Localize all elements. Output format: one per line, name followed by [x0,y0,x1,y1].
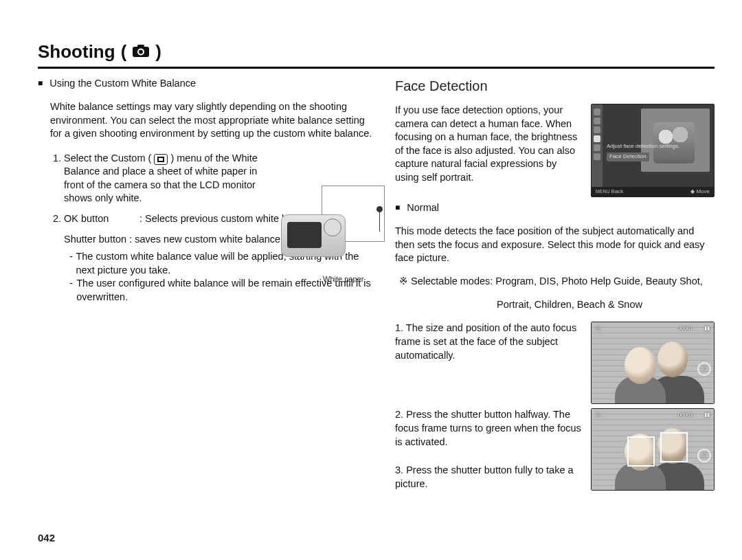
title-rule [38,67,715,69]
columns: ■ Using the Custom White Balance White b… [38,77,715,491]
fd-step-1: 1. The size and position of the auto foc… [395,322,581,362]
normal-heading: ■ Normal [395,201,715,215]
fd-step-1-row: 1. The size and position of the auto foc… [395,322,715,404]
fd-intro: If you use face detection options, your … [395,104,581,184]
camera-figure: White paper [261,186,385,275]
svg-point-3 [139,50,143,54]
dash-icon: - [69,250,76,277]
menu-tab-strip [592,104,603,197]
menu-screenshot: Adjust face detection settings. Face Det… [591,104,715,197]
lens-dot [376,206,383,212]
fd-step-2: 2. Press the shutter button halfway. The… [395,408,581,491]
cwb-heading: ■ Using the Custom White Balance [38,77,374,91]
person-face [625,347,656,384]
camera-dial [324,219,341,236]
svg-rect-5 [159,158,163,161]
normal-desc: This mode detects the face position of t… [395,225,715,265]
cwb-step-1: Select the Custom ( ) menu of the White … [64,152,270,205]
menu-tab-icon [594,109,600,115]
menu-tab-icon [594,126,600,133]
cwb-intro: White balance settings may vary slightly… [38,100,374,141]
osd-counter: 00001 [678,412,693,419]
page-title-text: Shooting [38,41,115,63]
lens-line [379,210,381,232]
cwb-step-1-pre: Select the Custom ( [64,153,151,164]
menu-tab-icon [594,117,600,124]
right-column: Face Detection If you use face detection… [395,77,715,491]
menu-caption-2: Face Detection [607,153,649,161]
shutter-button-label: Shutter button [64,233,126,247]
figure-caption: White paper [323,274,363,284]
face-detection-heading: Face Detection [395,77,715,96]
square-bullet-icon: ■ [395,203,400,212]
page: Shooting ( ) ■ Using the Custom White Ba… [0,0,742,560]
osd-counter: 00001 [678,325,693,333]
page-title: Shooting ( ) [38,41,715,63]
asterisk-icon: ※ [399,276,411,287]
menu-back-label: MENU Back [596,188,623,196]
osd-mode-icon: ◎ [596,412,600,419]
menu-tab-icon [594,153,600,160]
osd-battery-icon: ▮▮ [704,412,710,419]
page-number: 042 [38,532,55,544]
page-title-paren: ( [121,41,127,63]
cwb-heading-text: Using the Custom White Balance [49,78,196,89]
custom-wb-icon [154,154,168,165]
camera-body [281,214,346,257]
screenshot-step-2: ◎ 00001 ▮▮ ☺ [591,408,715,491]
menu-tab-icon [594,144,600,151]
menu-move-label: ◆ Move [690,188,710,196]
menu-thumbnail [641,109,710,172]
screenshot-step-1: ◎ 00001 ▮▮ ☺ [591,322,715,404]
fd-intro-row: If you use face detection options, your … [395,104,715,197]
selectable-modes-2: Portrait, Children, Beach & Snow [395,298,715,312]
menu-caption-1: Adjust face detection settings. [607,143,679,150]
focus-frame [660,432,688,462]
selectable-modes-1: ※ Selectable modes: Program, DIS, Photo … [395,275,715,289]
menu-footer: MENU Back ◆ Move [592,187,714,197]
camera-icon [132,41,150,63]
fd-step-2-row: 2. Press the shutter button halfway. The… [395,408,715,491]
camera-lcd [287,222,322,248]
osd-battery-icon: ▮▮ [704,325,710,333]
osd-mode-icon: ◎ [596,325,600,333]
shutter-button-desc: : saves new custom white balance. [129,233,283,247]
svg-rect-1 [137,45,144,48]
page-title-paren-close: ) [155,41,161,63]
dash-icon: - [69,277,76,304]
person-face [657,341,688,377]
menu-tab-icon-selected [594,135,600,142]
left-column: ■ Using the Custom White Balance White b… [38,77,374,491]
ok-button-label: OK button [64,212,139,226]
fd-step-3: Press the shutter button fully to take a… [395,464,574,489]
square-bullet-icon: ■ [38,78,43,88]
focus-frame [627,436,655,467]
normal-heading-text: Normal [407,202,439,213]
